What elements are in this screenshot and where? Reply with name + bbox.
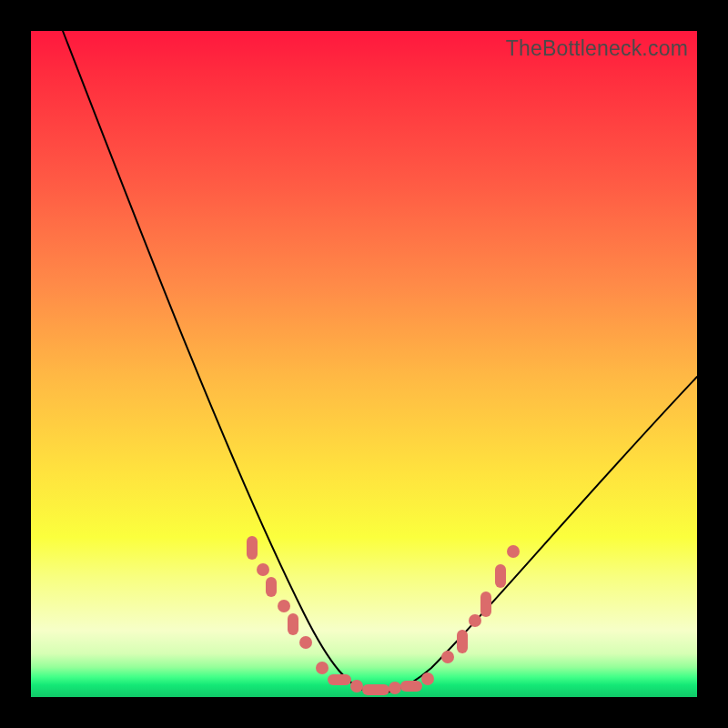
svg-point-3 [278,600,290,612]
marker-cluster-bottom [316,662,434,695]
svg-rect-14 [457,630,468,653]
svg-rect-17 [495,564,506,588]
svg-rect-7 [328,674,351,685]
svg-point-12 [421,672,434,685]
svg-point-5 [299,636,312,649]
svg-rect-2 [266,577,277,597]
svg-rect-16 [480,592,491,617]
svg-point-18 [507,545,520,558]
svg-rect-0 [247,536,258,560]
watermark-text: TheBottleneck.com [506,36,688,61]
svg-point-8 [350,680,363,693]
chart-frame: TheBottleneck.com [0,0,728,728]
svg-rect-9 [362,684,389,695]
svg-point-1 [257,563,269,576]
svg-point-6 [316,662,329,674]
bottleneck-curve-path [63,31,697,693]
svg-point-13 [441,651,454,663]
plot-area: TheBottleneck.com [31,31,697,697]
svg-rect-4 [288,613,298,635]
svg-point-10 [389,682,401,694]
bottleneck-curve-svg [31,31,697,697]
svg-rect-11 [400,681,422,692]
marker-cluster-left [247,536,312,649]
svg-point-15 [469,614,481,627]
